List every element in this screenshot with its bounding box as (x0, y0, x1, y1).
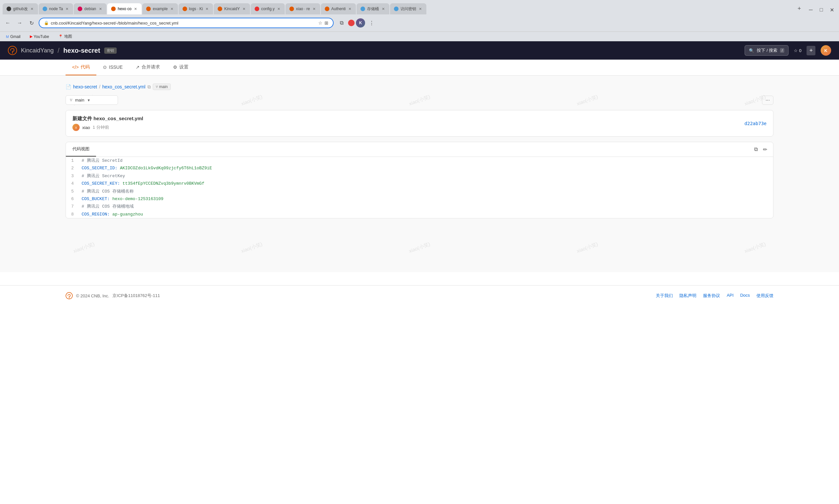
bookmark-youtube[interactable]: ▶ YouTube (28, 34, 51, 40)
issue-icon: ⊙ (103, 65, 107, 70)
minimize-button[interactable]: ─ (806, 5, 816, 14)
line-content: # 腾讯云 COS 存储桶名称 (79, 188, 773, 195)
tab-close-t7[interactable]: ✕ (242, 6, 246, 12)
footer-terms[interactable]: 服务协议 (703, 293, 720, 299)
star-button[interactable]: ☆ 0 (794, 48, 801, 53)
browser-tab-t7[interactable]: KincaidY ✕ (214, 3, 250, 14)
merge-icon: ↗ (136, 65, 140, 70)
browser-tab-t8[interactable]: config.y ✕ (251, 3, 285, 14)
tab-favicon-t9 (290, 6, 294, 11)
tab-bar: github改 ✕ node Ta ✕ debian ✕ hexo co ✕ e… (0, 0, 839, 14)
tab-close-t9[interactable]: ✕ (312, 6, 316, 12)
footer-api[interactable]: API (727, 293, 733, 299)
browser-tab-t6[interactable]: logs · Ki ✕ (179, 3, 213, 14)
browser-tab-t11[interactable]: 存储桶 ✕ (356, 3, 389, 14)
tab-close-t6[interactable]: ✕ (205, 6, 209, 12)
footer-feedback[interactable]: 使用反馈 (756, 293, 773, 299)
tab-favicon-t6 (182, 6, 187, 11)
address-bar[interactable]: 🔒 ☆ ⊞ (39, 18, 334, 28)
footer-about[interactable]: 关于我们 (656, 293, 673, 299)
tab-favicon-t10 (325, 6, 329, 11)
comment-text: # 腾讯云 COS 存储桶名称 (82, 189, 134, 194)
tab-close-t2[interactable]: ✕ (65, 6, 69, 12)
tab-title-t8: config.y (261, 6, 275, 11)
code-card: 代码视图 ⧉ ✏ 1 # 腾讯云 SecretId 2 COS_SECRET_I… (66, 142, 773, 218)
tab-close-t3[interactable]: ✕ (98, 6, 103, 12)
line-number: 8 (66, 211, 79, 218)
browser-tab-t1[interactable]: github改 ✕ (3, 3, 38, 14)
tab-close-t12[interactable]: ✕ (418, 6, 422, 12)
commit-author[interactable]: xiao (82, 125, 90, 130)
bookmark-youtube-label: YouTube (34, 34, 49, 39)
tab-favicon-t4 (111, 6, 116, 11)
browser-tab-t5[interactable]: example ✕ (142, 3, 178, 14)
branch-more-button[interactable]: ··· (762, 96, 773, 105)
tab-close-t8[interactable]: ✕ (277, 6, 281, 12)
commit-hash[interactable]: d22ab73e (745, 121, 767, 126)
edit-button[interactable]: ✏ (761, 145, 769, 154)
header-search[interactable]: 🔍 按下 / 搜索 / (745, 45, 788, 56)
star-icon: ☆ (794, 48, 798, 53)
tab-title-t3: debian (84, 6, 97, 11)
tab-settings[interactable]: ⚙ 设置 (167, 59, 195, 75)
cnb-nav: </> 代码 ⊙ ISSUE ↗ 合并请求 ⚙ 设置 (0, 59, 839, 76)
close-window-button[interactable]: ✕ (827, 5, 836, 14)
code-line-3: 3 # 腾讯云 SecretKey (66, 172, 773, 180)
tab-title-t7: KincaidY (224, 6, 240, 11)
branch-selector-icon: ⑂ (70, 97, 72, 103)
gmail-icon: M (6, 35, 9, 39)
tab-close-t1[interactable]: ✕ (30, 6, 34, 12)
new-tab-button[interactable]: + (795, 5, 804, 12)
url-input[interactable] (51, 21, 316, 25)
code-view-tab[interactable]: 代码视图 (66, 142, 96, 157)
header-owner[interactable]: KincaidYang (21, 47, 54, 54)
bookmark-star-icon[interactable]: ☆ (318, 20, 322, 25)
back-button[interactable]: ← (3, 18, 13, 28)
browser-tab-t4[interactable]: hexo co ✕ (107, 3, 142, 14)
header-repo-name[interactable]: hexo-secret (63, 47, 100, 54)
footer-privacy[interactable]: 隐私声明 (679, 293, 696, 299)
browser-tab-t3[interactable]: debian ✕ (74, 3, 106, 14)
bookmark-gmail[interactable]: M Gmail (4, 34, 23, 40)
tab-close-t11[interactable]: ✕ (381, 6, 385, 12)
browser-tab-t9[interactable]: xiao · re ✕ (285, 3, 320, 14)
tab-close-t5[interactable]: ✕ (170, 6, 174, 12)
browser-chrome: github改 ✕ node Ta ✕ debian ✕ hexo co ✕ e… (0, 0, 839, 41)
tab-favicon-t11 (361, 6, 365, 11)
tab-close-t10[interactable]: ✕ (348, 6, 352, 12)
commit-time: 1 分钟前 (93, 124, 109, 130)
footer-docs[interactable]: Docs (740, 293, 750, 299)
repo-link[interactable]: hexo-secret (73, 84, 97, 89)
maximize-button[interactable]: □ (817, 5, 826, 14)
forward-button[interactable]: → (15, 18, 24, 28)
browser-tab-t10[interactable]: Authenti ✕ (321, 3, 356, 14)
file-link[interactable]: hexo_cos_secret.yml (102, 84, 145, 89)
browser-tab-t12[interactable]: 访问密钥 ✕ (390, 3, 426, 14)
code-icon: </> (72, 65, 78, 70)
tab-favicon-t8 (255, 6, 259, 11)
tab-close-t4[interactable]: ✕ (134, 6, 138, 12)
nav-tabs: </> 代码 ⊙ ISSUE ↗ 合并请求 ⚙ 设置 (66, 59, 773, 75)
reload-button[interactable]: ↻ (27, 18, 36, 28)
footer-left: © 2024 CNB, Inc. 京ICP备11018762号-111 (66, 292, 160, 299)
extensions-icon[interactable]: ⊞ (325, 20, 328, 25)
copy-icon[interactable]: ⧉ (147, 84, 151, 90)
branch-row: ⑂ main ▼ ··· (66, 95, 773, 105)
browser-tab-t2[interactable]: node Ta ✕ (39, 3, 73, 14)
branch-name-path: main (159, 85, 168, 89)
tab-merge-request[interactable]: ↗ 合并请求 (129, 59, 167, 75)
extensions-button[interactable]: ⧉ (336, 18, 347, 28)
tab-code[interactable]: </> 代码 (66, 59, 97, 75)
tab-issue[interactable]: ⊙ ISSUE (97, 59, 129, 75)
chrome-user-avatar[interactable]: K (356, 18, 365, 28)
branch-selector[interactable]: ⑂ main ▼ (66, 95, 118, 105)
code-line-1: 1 # 腾讯云 SecretId (66, 157, 773, 164)
chrome-menu-button[interactable]: ⋮ (366, 18, 377, 28)
file-breadcrumb: 📄 hexo-secret / hexo_cos_secret.yml ⧉ ⑂ … (66, 84, 773, 90)
raw-button[interactable]: ⧉ (752, 145, 760, 154)
bookmark-maps[interactable]: 📍 地图 (56, 33, 74, 40)
user-avatar[interactable]: K (821, 45, 831, 56)
create-button[interactable]: + (807, 46, 816, 55)
bookmark-gmail-label: Gmail (10, 34, 20, 39)
line-content: COS_BUCKET: hexo-demo-1253163109 (79, 195, 773, 203)
